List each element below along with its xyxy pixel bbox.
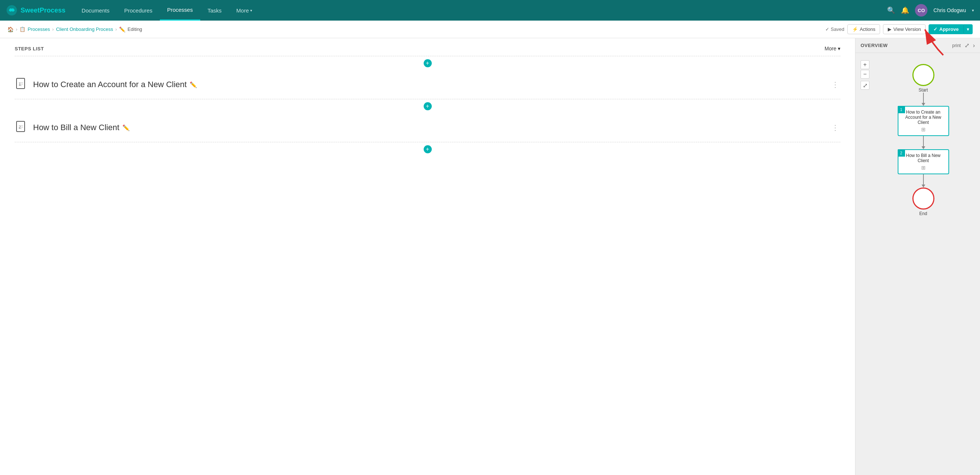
overview-title: OVERVIEW [861, 43, 888, 48]
brand-logo-container[interactable]: SweetProcess [6, 5, 65, 16]
nav-right: 🔍 🔔 CO Chris Odogwu ▾ [887, 4, 974, 16]
breadcrumb-process-name[interactable]: Client Onboarding Process [56, 27, 113, 32]
navbar: SweetProcess Documents Procedures Proces… [0, 0, 980, 21]
brand-name: SweetProcess [21, 6, 65, 14]
steps-panel: STEPS LIST More ▾ + 1 How [0, 38, 855, 475]
breadcrumb-sep-3: › [115, 27, 117, 32]
view-version-button[interactable]: ▶ View Version [883, 24, 926, 34]
document-icon-2: 2 [16, 121, 27, 134]
flow-step1-text: How to Create an Account for a New Clien… [902, 110, 945, 125]
flow-step2-wrapper: 2 How to Bill a New Client ⊞ [898, 149, 949, 174]
breadcrumb: 🏠 › 📋 Processes › Client Onboarding Proc… [7, 27, 142, 32]
flow-arrow-2 [921, 136, 925, 149]
flow-step1-wrapper: 1 How to Create an Account for a New Cli… [898, 106, 949, 136]
flow-step1-badge: 1 [898, 106, 905, 113]
nav-more-arrow: ▾ [250, 8, 252, 13]
approve-btn-group: ✓ Approve ▾ [929, 24, 973, 34]
play-icon: ▶ [888, 27, 891, 32]
add-step-button-1[interactable]: + [424, 59, 432, 67]
flow-canvas: + − ⤢ Start 1 How [856, 53, 980, 475]
flow-arrow-1 [921, 92, 925, 106]
approve-dropdown-button[interactable]: ▾ [964, 24, 973, 34]
flow-start-label: Start [919, 88, 928, 92]
overview-panel: OVERVIEW print ⤢ › + − ⤢ Start [855, 38, 980, 475]
user-name[interactable]: Chris Odogwu [933, 7, 966, 13]
step-text-2: How to Bill a New Client ✏️ [33, 123, 825, 132]
breadcrumb-sep-2: › [52, 27, 54, 32]
step-2-edit-icon[interactable]: ✏️ [123, 124, 130, 131]
flow-end-label: End [920, 211, 927, 216]
nav-documents[interactable]: Documents [74, 0, 117, 21]
breadcrumb-editing: Editing [127, 27, 142, 32]
nav-procedures[interactable]: Procedures [117, 0, 160, 21]
flow-start-node [912, 64, 934, 86]
add-step-row-3: + [15, 142, 840, 156]
avatar: CO [915, 4, 928, 16]
step-item-2: 2 How to Bill a New Client ✏️ ⋮ [15, 113, 840, 142]
expand-icon-button[interactable]: ⤢ [964, 42, 969, 49]
breadcrumb-processes-icon: 📋 [19, 27, 25, 32]
steps-list-title: STEPS LIST [15, 46, 44, 51]
step-1-edit-icon[interactable]: ✏️ [189, 81, 197, 88]
document-icon-1: 1 [16, 78, 27, 91]
add-step-button-3[interactable]: + [424, 145, 432, 153]
nav-items: Documents Procedures Processes Tasks Mor… [74, 0, 887, 21]
breadcrumb-sep-1: › [16, 27, 17, 32]
saved-indicator: ✓ Saved [825, 27, 845, 32]
add-step-row-2: + [15, 99, 840, 113]
lightning-icon: ⚡ [852, 27, 858, 32]
step-icon-2: 2 [15, 120, 28, 135]
main-content: STEPS LIST More ▾ + 1 How [0, 38, 980, 475]
breadcrumb-home[interactable]: 🏠 [7, 27, 14, 32]
nav-tasks[interactable]: Tasks [200, 0, 229, 21]
flow-arrow-3 [921, 174, 925, 188]
breadcrumb-actions: ✓ Saved ⚡ Actions ▶ View Version ✓ Appro… [825, 24, 973, 34]
step-2-menu-button[interactable]: ⋮ [830, 123, 840, 132]
check-icon: ✓ [825, 27, 829, 32]
approve-button[interactable]: ✓ Approve [929, 24, 964, 34]
brand-icon [6, 5, 18, 16]
step-text-1: How to Create an Account for a New Clien… [33, 80, 825, 89]
check-approve-icon: ✓ [933, 27, 937, 32]
flow-diagram: Start 1 How to Create an Account for a N… [874, 60, 973, 216]
search-button[interactable]: 🔍 [887, 6, 895, 14]
steps-more-button[interactable]: More ▾ [824, 46, 840, 51]
flow-step2-box[interactable]: 2 How to Bill a New Client ⊞ [898, 149, 949, 174]
zoom-controls: + − ⤢ [861, 60, 869, 90]
zoom-expand-button[interactable]: ⤢ [861, 81, 869, 90]
zoom-in-button[interactable]: + [861, 60, 869, 69]
flow-step2-plus[interactable]: ⊞ [902, 165, 945, 171]
flow-start-wrapper: Start [912, 64, 934, 92]
steps-header: STEPS LIST More ▾ [15, 46, 840, 51]
flow-step2-text: How to Bill a New Client [902, 153, 945, 163]
flow-end-node [912, 188, 934, 210]
nav-more[interactable]: More ▾ [229, 0, 259, 21]
chevron-right-icon-button[interactable]: › [973, 42, 975, 49]
step-icon-1: 1 [15, 77, 28, 92]
chevron-down-icon: ▾ [838, 46, 840, 51]
add-step-button-2[interactable]: + [424, 102, 432, 110]
step-item-1: 1 How to Create an Account for a New Cli… [15, 70, 840, 99]
add-step-row-1: + [15, 56, 840, 70]
flow-step2-badge: 2 [898, 149, 905, 156]
print-button[interactable]: print [952, 43, 961, 48]
actions-button[interactable]: ⚡ Actions [847, 24, 880, 34]
breadcrumb-bar: 🏠 › 📋 Processes › Client Onboarding Proc… [0, 21, 980, 38]
nav-processes[interactable]: Processes [160, 0, 200, 21]
breadcrumb-edit-icon: ✏️ [119, 27, 125, 32]
flow-step1-plus[interactable]: ⊞ [902, 126, 945, 132]
user-chevron-icon: ▾ [972, 8, 974, 13]
zoom-out-button[interactable]: − [861, 70, 869, 79]
flow-step1-box[interactable]: 1 How to Create an Account for a New Cli… [898, 106, 949, 136]
overview-header: OVERVIEW print ⤢ › [856, 38, 980, 53]
overview-controls: print ⤢ › [952, 42, 975, 49]
flow-end-wrapper: End [912, 188, 934, 216]
breadcrumb-processes[interactable]: Processes [27, 27, 50, 32]
step-1-menu-button[interactable]: ⋮ [830, 80, 840, 89]
notification-button[interactable]: 🔔 [901, 6, 909, 14]
